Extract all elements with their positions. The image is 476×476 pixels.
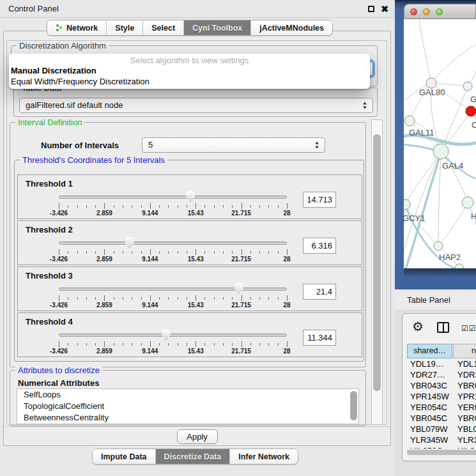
- tab-jactivemnodules[interactable]: jActiveMNodules: [250, 20, 332, 35]
- slider-thumb[interactable]: [234, 283, 244, 295]
- group-title: Attributes to discretize: [15, 365, 102, 375]
- slider-ticks: [59, 203, 287, 209]
- cell-shared-name: YDR27…: [407, 369, 453, 380]
- threshold-label: Threshold 1: [26, 179, 73, 188]
- network-node[interactable]: [426, 78, 436, 88]
- network-canvas[interactable]: GAL80GACGAL11GAL4GCY1HHAP2: [404, 19, 476, 268]
- table-panel-title: Table Panel: [407, 289, 450, 311]
- network-graph: [404, 19, 476, 268]
- network-tab-icon: [56, 24, 63, 32]
- threshold-value-field[interactable]: 11.344: [303, 330, 336, 346]
- panel-scrollbar[interactable]: [371, 119, 383, 425]
- cell-shared-name: YBR045C: [407, 413, 453, 424]
- app: Control Panel ✖ Discretization Algorithm…: [0, 0, 476, 476]
- network-node[interactable]: [462, 197, 473, 208]
- table-row[interactable]: YBL079WYBL0: [407, 424, 476, 434]
- attribute-item[interactable]: BetweennessCentrality: [17, 412, 358, 424]
- slider-ticks: [59, 341, 287, 347]
- dropdown-prompt: Select algorithm to view settings: [9, 56, 370, 65]
- dropdown-option-manual[interactable]: Manual Discretization: [11, 66, 96, 75]
- column-header-name[interactable]: na: [453, 344, 476, 358]
- column-header-shared-name[interactable]: shared…: [407, 344, 452, 358]
- tab-network[interactable]: Network: [47, 20, 106, 35]
- slider-scale-labels: -3.4262.8599.14415.4321.71528: [59, 256, 287, 263]
- network-window-titlebar[interactable]: [404, 4, 476, 19]
- gear-icon[interactable]: ⚙: [412, 319, 424, 334]
- cyni-toolbox-panel: Discretization Algorithm Select algorith…: [3, 31, 391, 446]
- control-panel: Control Panel ✖ Discretization Algorithm…: [0, 0, 395, 476]
- table-row[interactable]: YBR043CYBR0: [407, 380, 476, 391]
- threshold-slider[interactable]: -3.4262.8599.14415.4321.71528: [59, 236, 287, 263]
- slider-ticks: [59, 295, 287, 301]
- canvas-shadow: [404, 268, 476, 277]
- cell-shared-name: YPR145W: [407, 391, 453, 402]
- slider-thumb[interactable]: [125, 237, 134, 249]
- split-view-icon[interactable]: [437, 322, 449, 333]
- table-data-combo[interactable]: galFiltered.sif default node: [19, 98, 373, 113]
- threshold-slider[interactable]: -3.4262.8599.14415.4321.71528: [59, 190, 287, 217]
- num-intervals-combo[interactable]: 5: [142, 137, 325, 153]
- window-zoom-button[interactable]: [436, 8, 443, 15]
- threshold-value-field[interactable]: 6.316: [303, 238, 336, 254]
- num-intervals-label: Number of Intervals: [41, 141, 119, 150]
- table-horizontal-scrollbar-thumb[interactable]: [407, 450, 476, 455]
- threshold-row: Threshold 3 -3.4262.8599.14415.4321.7152…: [17, 266, 362, 311]
- table-row[interactable]: YLR345WYLR3: [407, 434, 476, 445]
- network-node[interactable]: [404, 199, 410, 210]
- cell-name: YBR0: [453, 413, 476, 424]
- cell-shared-name: YDL19…: [407, 358, 453, 369]
- attribute-list-scrollbar[interactable]: [350, 391, 357, 420]
- slider-track[interactable]: [59, 288, 287, 291]
- table-row[interactable]: YPR145WYPR1: [407, 391, 476, 402]
- tab-style[interactable]: Style: [106, 20, 142, 35]
- tab-cyni-toolbox[interactable]: Cyni Toolbox: [183, 20, 250, 35]
- tab-select[interactable]: Select: [142, 20, 183, 35]
- tab-infer-network[interactable]: Infer Network: [229, 449, 298, 464]
- slider-track[interactable]: [59, 334, 287, 337]
- table-horizontal-scrollbar[interactable]: [406, 449, 476, 456]
- threshold-value-field[interactable]: 14.713: [303, 192, 336, 208]
- tab-label: Discretize Data: [164, 452, 222, 461]
- apply-button[interactable]: Apply: [177, 429, 218, 444]
- network-node[interactable]: [404, 116, 415, 126]
- table-row[interactable]: YER054CYER0: [407, 402, 476, 413]
- slider-track[interactable]: [59, 242, 287, 245]
- table-row[interactable]: YDR27…YDR2: [407, 369, 476, 380]
- tab-label: Network: [66, 24, 98, 33]
- table-row[interactable]: YDL19…YDL1: [407, 358, 476, 369]
- threshold-slider[interactable]: -3.4262.8599.14415.4321.71528: [59, 282, 287, 309]
- slider-thumb[interactable]: [161, 329, 171, 341]
- cell-name: YBR0: [453, 380, 476, 391]
- network-node[interactable]: [463, 82, 472, 91]
- slider-track[interactable]: [59, 196, 287, 199]
- attribute-list: SelfLoopsTopologicalCoefficientBetweenne…: [17, 388, 359, 424]
- combo-spinner-icon: [315, 142, 319, 149]
- cell-name: YLR3: [453, 434, 476, 445]
- table-row[interactable]: YIL052CYIL0: [407, 445, 476, 449]
- node-label: C: [472, 120, 476, 130]
- network-node[interactable]: [466, 106, 476, 116]
- float-window-icon[interactable]: [368, 6, 374, 12]
- cell-shared-name: YIL052C: [407, 445, 453, 449]
- network-node[interactable]: [433, 144, 449, 159]
- network-node[interactable]: [434, 242, 443, 250]
- close-icon[interactable]: ✖: [380, 3, 390, 15]
- window-minimize-button[interactable]: [423, 8, 430, 15]
- table-data-value: galFiltered.sif default node: [26, 98, 123, 112]
- table-row[interactable]: YBR045CYBR0: [407, 413, 476, 424]
- threshold-row: Threshold 4 -3.4262.8599.14415.4321.7152…: [17, 312, 362, 357]
- attribute-item[interactable]: SelfLoops: [17, 389, 358, 401]
- numerical-attributes-heading: Numerical Attributes: [18, 378, 99, 388]
- panel-scrollbar-thumb[interactable]: [373, 134, 381, 391]
- slider-thumb[interactable]: [186, 191, 196, 203]
- dropdown-option-equal-width[interactable]: Equal Width/Frequency Discretization: [11, 77, 150, 86]
- window-close-button[interactable]: [410, 8, 417, 15]
- tab-impute-data[interactable]: Impute Data: [93, 449, 155, 464]
- table-panel-titlebar: Table Panel: [395, 289, 476, 311]
- attribute-item[interactable]: TopologicalCoefficient: [17, 401, 358, 412]
- select-columns-icon[interactable]: ☑☑: [461, 324, 476, 333]
- threshold-slider[interactable]: -3.4262.8599.14415.4321.71528: [59, 328, 287, 355]
- cell-name: YER0: [453, 402, 476, 413]
- tab-discretize-data[interactable]: Discretize Data: [155, 449, 230, 464]
- threshold-value-field[interactable]: 21.4: [303, 284, 336, 300]
